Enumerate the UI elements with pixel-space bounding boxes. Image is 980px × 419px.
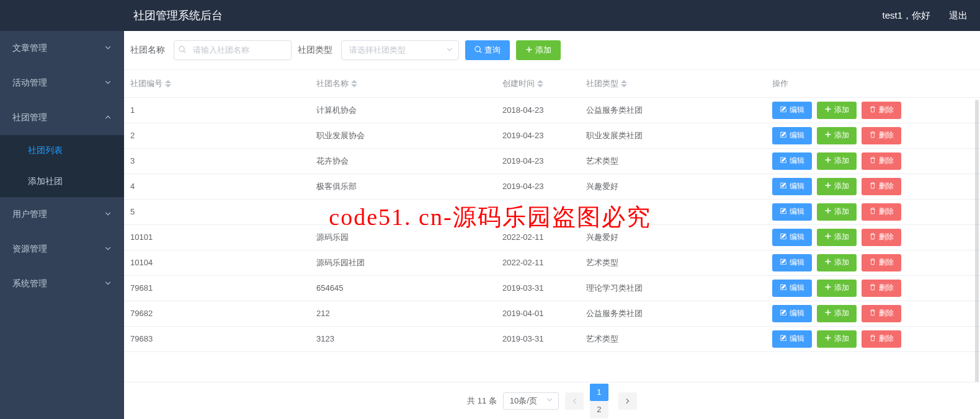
cell-id: 1	[124, 97, 310, 123]
cell-id: 79683	[124, 326, 310, 351]
delete-button[interactable]: 删除	[862, 330, 901, 348]
edit-button[interactable]: 编辑	[772, 203, 812, 221]
edit-icon	[780, 309, 787, 318]
club-name-input[interactable]	[174, 40, 292, 60]
plus-icon	[824, 156, 832, 165]
pagination-total: 共 11 条	[467, 395, 497, 407]
page-number-2[interactable]: 2	[590, 401, 608, 418]
table-row: 79683 3123 2019-03-31 艺术类型 编辑 添加 删除	[124, 326, 980, 351]
sort-icon	[537, 80, 543, 87]
logout-link[interactable]: 退出	[949, 10, 968, 22]
row-add-button[interactable]: 添加	[817, 280, 857, 297]
row-add-button[interactable]: 添加	[817, 254, 857, 271]
cell-id: 10104	[124, 250, 310, 275]
cell-date: 2019-03-31	[496, 275, 580, 301]
row-add-button[interactable]: 添加	[817, 102, 857, 119]
plus-icon	[824, 258, 832, 267]
cell-date: 2022-02-11	[496, 250, 580, 275]
filter-bar: 社团名称 社团类型 请选择社团类型 查询 添加	[124, 31, 980, 70]
cell-type	[580, 199, 766, 224]
row-add-button[interactable]: 添加	[817, 330, 857, 348]
trash-icon	[869, 334, 876, 343]
cell-id: 79681	[124, 275, 310, 301]
prev-page-button[interactable]	[565, 392, 584, 410]
table-row: 79681 654645 2019-03-31 理论学习类社团 编辑 添加 删除	[124, 275, 980, 301]
scrollbar[interactable]	[975, 100, 979, 379]
edit-button[interactable]: 编辑	[772, 127, 812, 144]
edit-icon	[780, 105, 787, 115]
table-row: 4 极客俱乐部 2019-04-23 兴趣爱好 编辑 添加 删除	[124, 174, 980, 199]
user-greeting[interactable]: test1，你好	[882, 10, 930, 22]
plus-icon	[824, 334, 832, 343]
delete-button[interactable]: 删除	[862, 152, 901, 170]
edit-button[interactable]: 编辑	[772, 178, 812, 195]
row-add-button[interactable]: 添加	[817, 127, 857, 144]
club-type-select[interactable]: 请选择社团类型	[341, 40, 459, 60]
row-add-button[interactable]: 添加	[817, 152, 857, 170]
sidebar-item-label: 活动管理	[12, 77, 47, 89]
edit-button[interactable]: 编辑	[772, 152, 812, 170]
sidebar-item-5[interactable]: 系统管理	[0, 267, 124, 301]
search-button-label: 查询	[484, 45, 501, 56]
chevron-down-icon	[104, 210, 112, 219]
column-header-1[interactable]: 社团名称	[310, 70, 496, 97]
delete-button[interactable]: 删除	[862, 254, 901, 271]
next-page-button[interactable]	[618, 392, 637, 410]
cell-date	[496, 199, 580, 224]
sidebar: 文章管理活动管理社团管理社团列表添加社团用户管理资源管理系统管理	[0, 31, 124, 419]
header-right: test1，你好 退出	[882, 10, 968, 22]
delete-button[interactable]: 删除	[862, 102, 901, 119]
row-add-button[interactable]: 添加	[817, 203, 857, 221]
delete-button[interactable]: 删除	[862, 127, 901, 144]
cell-name: 源码乐园	[310, 224, 496, 250]
trash-icon	[869, 309, 876, 318]
edit-button[interactable]: 编辑	[772, 330, 812, 348]
sidebar-item-label: 文章管理	[12, 43, 47, 54]
row-add-button[interactable]: 添加	[817, 305, 857, 322]
chevron-down-icon	[546, 396, 553, 405]
sort-icon	[621, 80, 627, 87]
sidebar-item-label: 用户管理	[12, 209, 47, 220]
sidebar-subitem-2-0[interactable]: 社团列表	[0, 135, 124, 166]
cell-type: 公益服务类社团	[580, 301, 766, 326]
delete-button[interactable]: 删除	[862, 305, 901, 322]
plus-icon	[525, 46, 533, 55]
cell-id: 4	[124, 174, 310, 199]
edit-button[interactable]: 编辑	[772, 102, 812, 119]
cell-type: 职业发展类社团	[580, 123, 766, 148]
edit-button[interactable]: 编辑	[772, 254, 812, 271]
column-header-2[interactable]: 创建时间	[496, 70, 580, 97]
edit-icon	[780, 156, 787, 165]
sidebar-subitem-2-1[interactable]: 添加社团	[0, 166, 124, 197]
delete-button[interactable]: 删除	[862, 229, 901, 246]
sidebar-item-2[interactable]: 社团管理	[0, 100, 124, 135]
sidebar-item-1[interactable]: 活动管理	[0, 66, 124, 100]
scrollbar-thumb[interactable]	[975, 100, 979, 382]
delete-button[interactable]: 删除	[862, 178, 901, 195]
row-add-button[interactable]: 添加	[817, 229, 857, 246]
sidebar-item-0[interactable]: 文章管理	[0, 31, 124, 66]
page-number-1[interactable]: 1	[590, 384, 608, 401]
search-icon	[179, 45, 186, 55]
add-button[interactable]: 添加	[516, 40, 561, 60]
column-header-3[interactable]: 社团类型	[580, 70, 766, 97]
cell-ops: 编辑 添加 删除	[766, 123, 980, 148]
cell-date: 2019-04-01	[496, 301, 580, 326]
page-size-select[interactable]: 10条/页	[503, 392, 559, 410]
sidebar-item-label: 社团管理	[12, 112, 47, 123]
table-row: 1 计算机协会 2018-04-23 公益服务类社团 编辑 添加 删除	[124, 97, 980, 123]
column-header-4: 操作	[766, 70, 980, 97]
search-button[interactable]: 查询	[465, 40, 510, 60]
column-header-0[interactable]: 社团编号	[124, 70, 310, 97]
edit-button[interactable]: 编辑	[772, 280, 812, 297]
delete-button[interactable]: 删除	[862, 203, 901, 221]
row-add-button[interactable]: 添加	[817, 178, 857, 195]
sidebar-item-3[interactable]: 用户管理	[0, 197, 124, 232]
edit-button[interactable]: 编辑	[772, 305, 812, 322]
cell-type: 艺术类型	[580, 148, 766, 174]
edit-button[interactable]: 编辑	[772, 229, 812, 246]
sidebar-item-4[interactable]: 资源管理	[0, 232, 124, 267]
chevron-up-icon	[104, 113, 112, 123]
cell-ops: 编辑 添加 删除	[766, 148, 980, 174]
delete-button[interactable]: 删除	[862, 280, 901, 297]
